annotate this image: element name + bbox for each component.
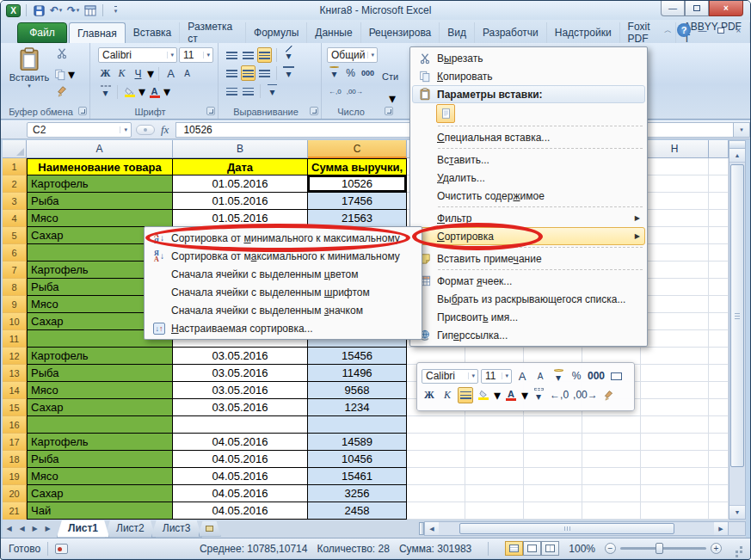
cell-empty[interactable] xyxy=(709,434,729,451)
align-middle-button[interactable] xyxy=(241,47,255,63)
redo-button[interactable]: ↷▾ xyxy=(66,3,80,17)
row-header-13[interactable]: 13 xyxy=(3,365,27,382)
cell-empty[interactable] xyxy=(709,365,729,382)
row-header-3[interactable]: 3 xyxy=(3,193,27,210)
cell-empty[interactable] xyxy=(407,451,465,468)
dialog-launcher-icon[interactable] xyxy=(310,107,318,115)
cell-empty[interactable] xyxy=(582,434,641,451)
cell-empty[interactable] xyxy=(709,399,729,416)
menu-item-insert-comment[interactable]: Вставить примечание xyxy=(412,249,645,268)
cell-empty[interactable] xyxy=(524,416,582,434)
cell-empty[interactable] xyxy=(641,451,709,468)
insert-function-icon[interactable]: fx xyxy=(161,123,169,137)
cell-A4[interactable]: Мясо xyxy=(27,210,173,227)
mini-italic-button[interactable]: К xyxy=(440,387,455,403)
cell-B18[interactable]: 04.05.2016 xyxy=(173,451,308,468)
cell-C3[interactable]: 17456 xyxy=(308,193,407,210)
scroll-up-icon[interactable]: ▲ xyxy=(729,149,745,163)
cell-empty[interactable] xyxy=(641,175,709,193)
grow-font-button[interactable]: А xyxy=(163,66,178,82)
row-header-18[interactable]: 18 xyxy=(3,451,27,468)
cell-empty[interactable] xyxy=(465,485,524,502)
format-painter-button[interactable] xyxy=(56,85,68,97)
tab-Главная[interactable]: Главная xyxy=(69,22,126,43)
chevron-down-icon[interactable]: ▾ xyxy=(389,90,396,107)
align-left-button[interactable] xyxy=(225,65,239,81)
maximize-button[interactable] xyxy=(685,1,709,16)
chevron-down-icon[interactable]: ▾ xyxy=(521,387,528,403)
tab-Вид[interactable]: Вид xyxy=(440,22,475,43)
cell-empty[interactable] xyxy=(524,434,582,451)
cell-empty[interactable] xyxy=(465,416,524,434)
cell-A2[interactable]: Картофель xyxy=(27,175,173,193)
cell-A15[interactable]: Сахар xyxy=(27,399,173,416)
cell-B1[interactable]: Дата xyxy=(173,158,308,175)
number-format-combo[interactable]: Общий▾ xyxy=(327,47,378,63)
cell-empty[interactable] xyxy=(641,365,709,382)
cell-empty[interactable] xyxy=(582,485,641,502)
row-header-20[interactable]: 20 xyxy=(3,485,27,502)
percent-format-button[interactable]: % xyxy=(343,65,358,81)
cell-empty[interactable] xyxy=(641,313,709,330)
collapse-ribbon-icon[interactable]: ︿ xyxy=(664,25,672,36)
row-header-10[interactable]: 10 xyxy=(3,313,27,330)
cell-C18[interactable]: 10456 xyxy=(308,451,407,468)
cell-empty[interactable] xyxy=(641,485,709,502)
cell-A13[interactable]: Рыба xyxy=(27,365,173,382)
tab-Разработчи[interactable]: Разработчи xyxy=(475,22,547,43)
menu-item-clear-contents[interactable]: Очистить содержимое xyxy=(412,187,645,205)
cell-empty[interactable] xyxy=(641,399,709,416)
cell-B2[interactable]: 01.05.2016 xyxy=(173,175,308,193)
tab-Формулы[interactable]: Формулы xyxy=(246,22,307,43)
menu-item-cut[interactable]: Вырезать xyxy=(412,49,645,67)
cell-C15[interactable]: 1234 xyxy=(308,399,407,416)
row-header-14[interactable]: 14 xyxy=(3,382,27,399)
cell-empty[interactable] xyxy=(709,262,729,279)
horizontal-scroll-thumb[interactable] xyxy=(459,523,674,534)
sheet-tab-Лист2[interactable]: Лист2 xyxy=(105,520,156,538)
cell-C16[interactable] xyxy=(308,416,407,434)
tab-Данные[interactable]: Данные xyxy=(307,22,360,43)
cell-empty[interactable] xyxy=(641,279,709,296)
workbook-close-button[interactable]: × xyxy=(732,25,745,36)
row-header-6[interactable]: 6 xyxy=(3,244,27,262)
cell-A14[interactable]: Мясо xyxy=(27,382,173,399)
decrease-decimal-button[interactable]: ,00→ xyxy=(345,83,365,99)
cell-empty[interactable] xyxy=(641,210,709,227)
row-header-8[interactable]: 8 xyxy=(3,279,27,296)
mini-increase-decimal-button[interactable]: ←,0 xyxy=(549,387,569,403)
close-button[interactable]: × xyxy=(709,1,743,16)
cell-C20[interactable]: 3256 xyxy=(308,485,407,502)
cell-B20[interactable]: 04.05.2016 xyxy=(173,485,308,502)
cell-empty[interactable] xyxy=(641,434,709,451)
mini-percent-button[interactable]: % xyxy=(569,368,584,385)
last-sheet-button[interactable]: ▶ xyxy=(41,522,54,535)
workbook-restore-button[interactable] xyxy=(714,25,727,36)
save-icon[interactable] xyxy=(32,3,46,17)
cell-C14[interactable]: 9568 xyxy=(308,382,407,399)
workbook-minimize-button[interactable]: — xyxy=(696,25,709,36)
zoom-out-button[interactable]: − xyxy=(605,543,616,554)
page-break-view-button[interactable] xyxy=(541,541,559,556)
cell-empty[interactable] xyxy=(709,382,729,399)
sheet-tab-Лист1[interactable]: Лист1 xyxy=(57,520,109,538)
cell-B15[interactable]: 03.05.2016 xyxy=(173,399,308,416)
cell-empty[interactable] xyxy=(709,451,729,468)
cell-A16[interactable] xyxy=(27,416,173,434)
row-header-15[interactable]: 15 xyxy=(3,399,27,416)
increase-decimal-button[interactable]: ←,0 xyxy=(327,83,343,99)
menu-item-sort-font-first[interactable]: Сначала ячейки с выделенным шрифтом xyxy=(146,283,420,301)
cell-empty[interactable] xyxy=(641,502,709,520)
tab-file[interactable]: Файл xyxy=(17,22,67,43)
menu-item-filter[interactable]: Фильтр▶ xyxy=(412,209,645,227)
chevron-down-icon[interactable]: ▾ xyxy=(494,387,501,403)
fill-color-button[interactable] xyxy=(122,84,137,100)
mini-format-painter-button[interactable] xyxy=(601,387,617,403)
cell-empty[interactable] xyxy=(709,227,729,244)
menu-item-sort-icon-first[interactable]: Сначала ячейки с выделенным значком xyxy=(146,301,420,319)
orientation-button[interactable]: ▾ xyxy=(281,47,296,63)
cell-empty[interactable] xyxy=(524,451,582,468)
dialog-launcher-icon[interactable] xyxy=(206,107,215,115)
cell-empty[interactable] xyxy=(641,193,709,210)
cell-B21[interactable]: 04.05.2016 xyxy=(173,502,308,520)
